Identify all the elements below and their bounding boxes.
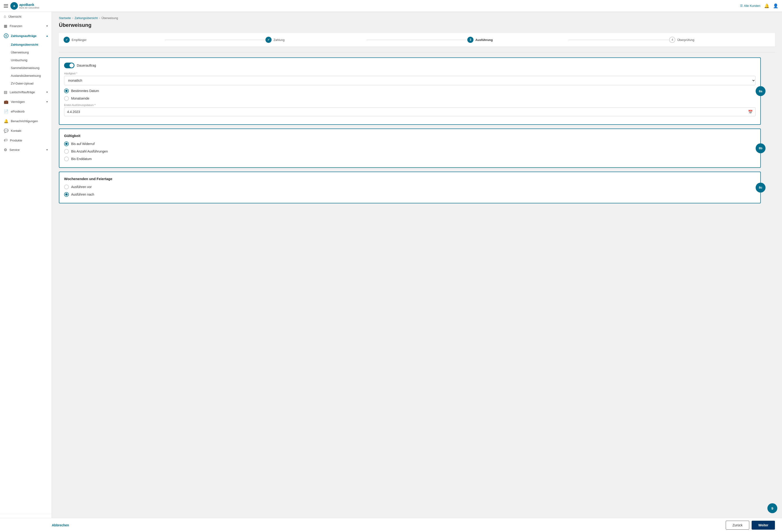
sidebar-sub-zahlungsauftraege: Zahlungsübersicht Überweisung Umbuchung … [0, 41, 51, 87]
main-content: Startseite › Zahlungsübersicht › Überwei… [52, 12, 782, 532]
radio-bestimmtes-datum[interactable]: Bestimmtes Datum [64, 88, 756, 93]
wochenenden-radio-group: Ausführen vor Ausführen nach [64, 185, 756, 197]
sidebar-item-vermoegen[interactable]: 💼 Vermögen ▾ [0, 97, 51, 107]
radio-label-ausfuehren-vor: Ausführen vor [71, 185, 92, 189]
footer-bar: Abbrechen Zurück Weiter [0, 518, 782, 532]
radio-label-bis-enddatum: Bis Enddatum [71, 157, 92, 161]
sidebar-item-uebersicht[interactable]: ⌂ Übersicht [0, 12, 51, 21]
step-zahlung: ✓ Zahlung [265, 37, 366, 43]
step-connector-3 [568, 40, 669, 40]
step-ausfuehrung: 3 Ausführung [467, 37, 568, 43]
sidebar-sub-item-umbuchung[interactable]: Umbuchung [11, 56, 51, 64]
breadcrumb-sep-2: › [99, 16, 100, 20]
sidebar-item-service[interactable]: ⚙ Service ▾ [0, 145, 51, 155]
tag-icon: 🏷 [4, 138, 7, 143]
logo-text: apoBank Bank der Gesundheit [19, 3, 39, 9]
logo-tagline: Bank der Gesundheit [19, 7, 39, 9]
sidebar-sub-item-zv-datei-upload[interactable]: ZV-Datei-Upload [11, 80, 51, 87]
badge-8a: 8a [756, 86, 766, 96]
sidebar-label-lastschriftauftraege: Lastschriftaufträge [10, 90, 35, 94]
chevron-down-icon-2: ▾ [46, 91, 48, 94]
list-icon: ▤ [4, 90, 7, 94]
ausfuehrung-card: Dauerauftrag Häufigkeit * einmalig wöche… [59, 58, 761, 125]
sidebar-sub-item-ueberweisung[interactable]: Überweisung [11, 48, 51, 56]
chevron-down-icon-4: ▾ [46, 148, 48, 151]
step-indicator: ✓ Empfänger ✓ Zahlung 3 Ausführung 4 Übe… [59, 33, 775, 47]
step-ueberpruefung: 4 Überprüfung [669, 37, 770, 43]
wochenenden-title: Wochenenden und Feiertage [64, 177, 756, 181]
sidebar-sub-item-zahlungsuebersicht[interactable]: Zahlungsübersicht [11, 41, 51, 48]
sidebar-label-service: Service [9, 148, 20, 152]
sidebar-item-benachrichtigungen[interactable]: 🔔 Benachrichtigungen [0, 116, 51, 126]
radio-bis-anzahl-ausfuehrungen[interactable]: Bis Anzahl Ausführungen [64, 149, 756, 154]
weiter-button[interactable]: Weiter [752, 521, 775, 530]
logo-name: apoBank [19, 3, 39, 7]
wochenenden-card: Wochenenden und Feiertage Ausführen vor … [59, 172, 761, 203]
sidebar-sub-label-sammelueberweisung: Sammelüberweisung [11, 66, 39, 70]
sidebar-sub-item-sammelueberweisung[interactable]: Sammelüberweisung [11, 64, 51, 72]
radio-circle-bis-anzahl-ausfuehrungen [64, 149, 69, 154]
gear-icon: ⚙ [4, 148, 7, 152]
page-title: Überweisung [59, 22, 775, 28]
logo-icon: a [10, 2, 18, 10]
haeufigkeit-select[interactable]: einmalig wöchentlich monatlich jährlich [64, 76, 756, 85]
logo: a apoBank Bank der Gesundheit [10, 2, 39, 10]
step-2-label: Zahlung [274, 38, 285, 42]
radio-bis-enddatum[interactable]: Bis Enddatum [64, 156, 756, 161]
top-header: a apoBank Bank der Gesundheit ☰ Alle Kun… [0, 0, 782, 12]
dauerauftrag-label: Dauerauftrag [77, 64, 96, 67]
circle-s-icon: S [4, 33, 8, 38]
radio-circle-ausfuehren-nach [64, 192, 69, 197]
sidebar-item-zahlungsauftraege[interactable]: S Zahlungsaufträge ▴ [0, 31, 51, 41]
step-1-circle: ✓ [64, 37, 70, 43]
sidebar-item-finanzen[interactable]: ▦ Finanzen ▾ [0, 21, 51, 31]
user-profile-button[interactable]: 👤 [773, 3, 778, 8]
wochenenden-section: Wochenenden und Feiertage Ausführen vor … [59, 172, 761, 203]
sidebar-label-benachrichtigungen: Benachrichtigungen [11, 119, 38, 123]
radio-ausfuehren-vor[interactable]: Ausführen vor [64, 185, 756, 189]
chevron-up-icon: ▴ [46, 34, 48, 37]
badge-8b: 8b [756, 143, 766, 153]
home-icon: ⌂ [4, 14, 6, 18]
sidebar-item-kontakt[interactable]: 💬 Kontakt [0, 126, 51, 136]
dauerauftrag-toggle[interactable] [64, 63, 74, 68]
radio-ausfuehren-nach[interactable]: Ausführen nach [64, 192, 756, 197]
radio-circle-ausfuehren-vor [64, 185, 69, 189]
radio-bis-auf-widerruf[interactable]: Bis auf Widerruf [64, 142, 756, 146]
radio-label-bis-anzahl-ausfuehrungen: Bis Anzahl Ausführungen [71, 149, 108, 153]
sidebar-label-kontakt: Kontakt [11, 129, 21, 132]
alle-kunden-button[interactable]: ☰ Alle Kunden [740, 4, 760, 7]
erstes-ausfuehrungsdatum-group: Erstes Ausführungsdatum * 📅 [64, 104, 756, 116]
badge-9: 9 [768, 503, 777, 513]
hamburger-button[interactable] [4, 4, 8, 7]
erstes-ausfuehrungsdatum-input[interactable] [64, 107, 756, 116]
radio-circle-bis-enddatum [64, 156, 69, 161]
sidebar-item-lastschriftauftraege[interactable]: ▤ Lastschriftaufträge ▾ [0, 87, 51, 97]
chart-icon: ▦ [4, 24, 7, 28]
sidebar-item-epostkorb[interactable]: 📄 ePostkorb [0, 107, 51, 116]
breadcrumb-current: Überweisung [102, 16, 118, 20]
radio-monatsende[interactable]: Monatsende [64, 96, 756, 101]
radio-label-bestimmtes-datum: Bestimmtes Datum [71, 89, 99, 93]
sidebar-item-produkte[interactable]: 🏷 Produkte [0, 136, 51, 145]
file-icon: 📄 [4, 109, 8, 114]
zurueck-button[interactable]: Zurück [726, 521, 749, 530]
radio-label-monatsende: Monatsende [71, 97, 89, 100]
breadcrumb: Startseite › Zahlungsübersicht › Überwei… [59, 16, 775, 20]
breadcrumb-zahlungsuebersicht[interactable]: Zahlungsübersicht [75, 16, 98, 20]
date-input-container: 📅 [64, 107, 756, 116]
step-3-label: Ausführung [475, 38, 493, 42]
gueltigkeit-card: Gültigkeit Bis auf Widerruf Bis Anzahl A… [59, 128, 761, 168]
sidebar-label-zahlungsauftraege: Zahlungsaufträge [11, 34, 36, 38]
sidebar-sub-item-auslandsueberweisung[interactable]: Auslandsüberweisung [11, 72, 51, 80]
step-2-circle: ✓ [265, 37, 272, 43]
calendar-icon: 📅 [748, 110, 753, 114]
breadcrumb-startseite[interactable]: Startseite [59, 16, 71, 20]
notification-bell-button[interactable]: 🔔 [764, 3, 769, 8]
erstes-ausfuehrungsdatum-label: Erstes Ausführungsdatum * [64, 104, 756, 106]
sidebar: ⌂ Übersicht ▦ Finanzen ▾ S Zahlungsauftr… [0, 12, 52, 532]
radio-circle-monatsende [64, 96, 69, 101]
footer-btn-group: Zurück Weiter [726, 521, 775, 530]
step-connector-1 [165, 40, 266, 40]
abbrechen-button[interactable]: Abbrechen [52, 523, 69, 527]
